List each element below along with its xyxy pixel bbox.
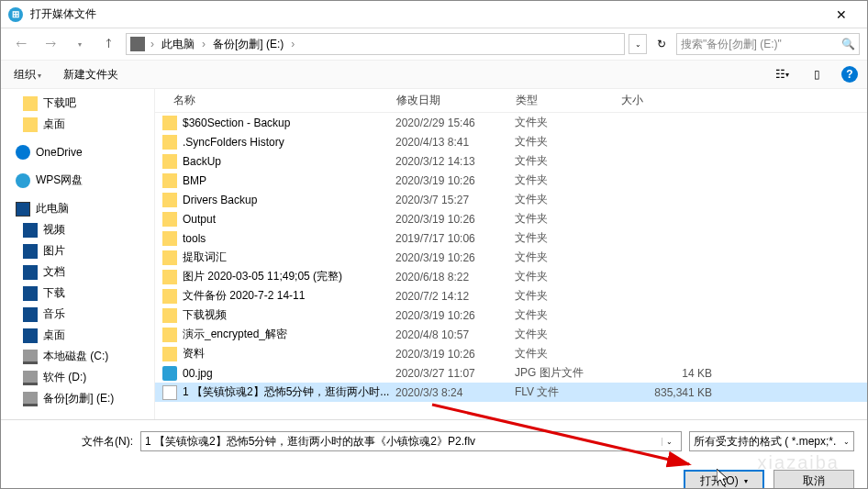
breadcrumb-drive[interactable]: 备份[勿删] (E:) — [211, 37, 285, 52]
breadcrumb-pc[interactable]: 此电脑 — [160, 37, 196, 52]
file-type: 文件夹 — [515, 230, 620, 246]
sidebar-item-downloadba[interactable]: 下载吧 — [1, 93, 154, 114]
pictures-icon — [23, 244, 38, 259]
chevron-right-icon[interactable]: › — [149, 38, 156, 50]
search-icon[interactable]: 🔍 — [841, 38, 855, 50]
downloads-icon — [23, 286, 38, 301]
file-row[interactable]: $360Section - Backup2020/2/29 15:46文件夹 — [155, 113, 867, 132]
sidebar-item-documents[interactable]: 文档 — [1, 261, 154, 283]
file-row[interactable]: 下载视频2020/3/19 10:26文件夹 — [155, 306, 867, 325]
file-date: 2020/7/2 14:12 — [395, 290, 515, 303]
newfolder-button[interactable]: 新建文件夹 — [60, 65, 122, 84]
sidebar-item-desktop2[interactable]: 桌面 — [1, 325, 154, 346]
view-options-button[interactable]: ☷ ▾ — [772, 64, 792, 84]
open-button[interactable]: 打开(O)▾ — [684, 470, 764, 489]
chevron-right-icon[interactable]: › — [200, 38, 207, 50]
column-headers: 名称 修改日期 类型 大小 — [155, 89, 867, 113]
file-row[interactable]: 图片 2020-03-05 11;49;05 (完整)2020/6/18 8:2… — [155, 267, 867, 286]
column-name[interactable]: 名称 — [155, 93, 389, 108]
file-name: 资料 — [183, 346, 395, 361]
sidebar-item-video[interactable]: 视频 — [1, 219, 154, 240]
sidebar-item-drive-e[interactable]: 备份[勿删] (E:) — [1, 388, 154, 409]
help-icon[interactable]: ? — [841, 66, 858, 83]
bottom-panel: 文件名(N): ⌄ 所有受支持的格式 ( *.mepx;*. ⌄ 打开(O)▾ … — [1, 419, 867, 489]
file-list[interactable]: $360Section - Backup2020/2/29 15:46文件夹.S… — [155, 113, 867, 419]
column-date[interactable]: 修改日期 — [389, 93, 508, 108]
file-name: 图片 2020-03-05 11;49;05 (完整) — [183, 269, 395, 284]
sidebar-item-desktop[interactable]: 桌面 — [1, 114, 154, 135]
sidebar-item-wps[interactable]: WPS网盘 — [1, 170, 154, 191]
open-split-dropdown[interactable]: ▾ — [744, 477, 748, 485]
file-row[interactable]: 文件备份 2020-7-2 14-112020/7/2 14:12文件夹 — [155, 286, 867, 306]
preview-pane-button[interactable]: ▯ — [807, 64, 827, 84]
filename-dropdown[interactable]: ⌄ — [662, 438, 677, 446]
sidebar-item-onedrive[interactable]: OneDrive — [1, 142, 154, 162]
column-size[interactable]: 大小 — [614, 93, 706, 108]
file-type: 文件夹 — [515, 115, 620, 130]
folder-icon — [162, 116, 177, 130]
sidebar-item-music[interactable]: 音乐 — [1, 304, 154, 325]
file-row[interactable]: 资料2020/3/19 10:26文件夹 — [155, 344, 867, 363]
file-type: 文件夹 — [515, 346, 620, 361]
file-name: 演示_encrypted_解密 — [183, 327, 395, 342]
folder-icon — [162, 270, 177, 284]
file-row[interactable]: 1 【笑镇惊魂2】恐怖5分钟，逛街两小时...2020/3/3 8:24FLV … — [155, 383, 867, 402]
file-type: 文件夹 — [515, 250, 620, 265]
file-name: 提取词汇 — [183, 250, 395, 265]
folder-icon — [23, 117, 38, 132]
file-row[interactable]: tools2019/7/17 10:06文件夹 — [155, 228, 867, 248]
file-row[interactable]: 提取词汇2020/3/19 10:26文件夹 — [155, 248, 867, 267]
search-input[interactable]: 搜索"备份[勿删] (E:)" 🔍 — [676, 33, 860, 55]
address-bar[interactable]: › 此电脑 › 备份[勿删] (E:) › — [126, 33, 625, 55]
file-icon — [162, 366, 177, 381]
folder-icon — [162, 135, 177, 150]
file-type: 文件夹 — [515, 307, 620, 323]
filename-input[interactable] — [145, 435, 662, 448]
folder-icon — [23, 96, 38, 111]
drive-icon — [23, 371, 38, 385]
close-button[interactable]: ✕ — [823, 7, 860, 22]
sidebar-item-thispc[interactable]: 此电脑 — [1, 198, 154, 219]
file-name: 1 【笑镇惊魂2】恐怖5分钟，逛街两小时... — [183, 384, 395, 400]
sidebar-item-drive-c[interactable]: 本地磁盘 (C:) — [1, 346, 154, 367]
file-row[interactable]: 演示_encrypted_解密2020/4/8 10:57文件夹 — [155, 325, 867, 344]
file-row[interactable]: .SyncFolders History2020/4/13 8:41文件夹 — [155, 132, 867, 151]
file-date: 2020/3/27 11:07 — [395, 367, 515, 380]
organize-button[interactable]: 组织 — [10, 65, 45, 84]
chevron-down-icon: ⌄ — [843, 438, 850, 446]
file-row[interactable]: 00.jpg2020/3/27 11:07JPG 图片文件14 KB — [155, 363, 867, 383]
file-type-filter[interactable]: 所有受支持的格式 ( *.mepx;*. ⌄ — [689, 431, 854, 451]
filename-input-wrap: ⌄ — [140, 431, 682, 451]
sidebar-item-pictures[interactable]: 图片 — [1, 240, 154, 261]
address-dropdown[interactable]: ⌄ — [629, 34, 647, 54]
file-date: 2020/3/19 10:26 — [395, 309, 515, 322]
file-row[interactable]: Drivers Backup2020/3/7 15:27文件夹 — [155, 190, 867, 209]
file-date: 2019/7/17 10:06 — [395, 232, 515, 245]
column-type[interactable]: 类型 — [508, 93, 614, 108]
file-date: 2020/3/12 14:13 — [395, 155, 515, 168]
folder-icon — [162, 328, 177, 342]
sidebar-item-drive-d[interactable]: 软件 (D:) — [1, 367, 154, 388]
back-button[interactable]: 🡐 — [8, 31, 34, 57]
sidebar-item-downloads[interactable]: 下载 — [1, 283, 154, 304]
file-date: 2020/3/19 10:26 — [395, 213, 515, 226]
file-type: 文件夹 — [515, 172, 620, 188]
file-name: $360Section - Backup — [183, 117, 395, 129]
up-button[interactable]: 🡑 — [96, 31, 122, 57]
file-row[interactable]: Output2020/3/19 10:26文件夹 — [155, 209, 867, 228]
onedrive-icon — [16, 145, 30, 160]
file-row[interactable]: BackUp2020/3/12 14:13文件夹 — [155, 151, 867, 171]
file-name: Drivers Backup — [183, 194, 395, 206]
refresh-button[interactable]: ↻ — [651, 34, 673, 54]
file-type: 文件夹 — [515, 192, 620, 207]
file-name: .SyncFolders History — [183, 136, 395, 149]
recent-dropdown[interactable]: ▾ — [67, 31, 93, 57]
file-name: Output — [183, 213, 395, 226]
cancel-button[interactable]: 取消 — [773, 470, 854, 489]
drive-icon — [23, 350, 38, 364]
file-row[interactable]: BMP2020/3/19 10:26文件夹 — [155, 171, 867, 190]
chevron-right-icon[interactable]: › — [289, 38, 296, 50]
folder-icon — [162, 308, 177, 323]
wps-icon — [16, 173, 30, 188]
file-type: 文件夹 — [515, 288, 620, 304]
